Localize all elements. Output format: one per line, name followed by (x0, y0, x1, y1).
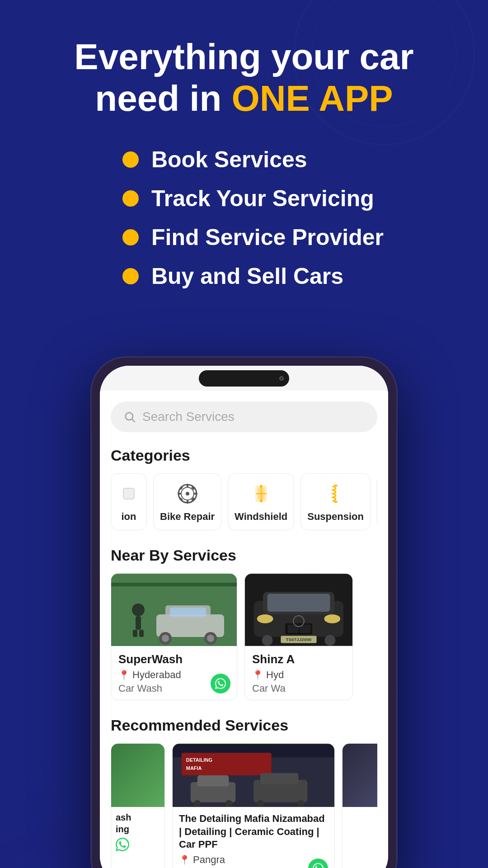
superwash-info: SuperWash 📍 Hyderabad Car Wash (111, 646, 237, 700)
search-bar[interactable]: Search Services (111, 401, 377, 432)
svg-rect-11 (187, 484, 188, 487)
category-card-partial[interactable]: ion (111, 473, 147, 530)
nearby-title: Near By Services (111, 547, 377, 564)
svg-point-77 (297, 800, 304, 807)
category-card-bike-repair[interactable]: Bike Repair (153, 473, 221, 530)
superwash-image (111, 574, 237, 646)
feature-item-find: Find Service Provider (122, 224, 384, 250)
windshield-icon (249, 481, 274, 506)
svg-point-49 (207, 635, 214, 642)
camera-dot (279, 376, 284, 381)
shinza-info: Shinz A 📍 Hyd Car Wa (245, 646, 352, 700)
rec-card-partial-right[interactable] (342, 743, 377, 868)
detailing-mafia-info: The Detailing Mafia Nizamabad | Detailin… (173, 807, 334, 868)
search-icon (123, 410, 136, 423)
partial-right-info (343, 807, 377, 816)
svg-rect-12 (187, 500, 188, 504)
svg-rect-43 (139, 630, 144, 637)
shinza-image: TS07JJ2000 (245, 574, 352, 646)
rec-card-img-partial (111, 744, 164, 807)
windshield-name: Windshield (235, 511, 287, 523)
svg-rect-71 (197, 775, 229, 787)
svg-rect-50 (170, 608, 206, 617)
hero-title: Everything your car need in ONE APP (27, 36, 461, 119)
partial-left-text: ashing (116, 811, 160, 835)
detailing-mafia-image: DETAILING MAFIA (173, 744, 334, 807)
phone-inner: Search Services Categories (100, 366, 388, 868)
partial-left-info: ashing (111, 807, 164, 858)
detailing-mafia-location: 📍 Pangra (179, 854, 328, 866)
nearby-row: SuperWash 📍 Hyderabad Car Wash (111, 573, 377, 700)
category-card-tyres[interactable]: Tyres (377, 473, 377, 530)
service-card-shinza[interactable]: TS07JJ2000 Shinz A 📍 Hyd (244, 573, 353, 700)
superwash-whatsapp-button[interactable] (211, 674, 230, 693)
partial-category-name: ion (122, 511, 136, 523)
svg-rect-25 (334, 485, 338, 486)
rec-card-partial-left[interactable]: ashing (111, 743, 165, 868)
svg-rect-7 (123, 488, 134, 499)
hero-title-line2: need in (95, 78, 231, 118)
feature-item-buy: Buy and Sell Cars (122, 263, 384, 289)
recommended-section: Recommended Services ashing (111, 717, 377, 868)
svg-point-56 (324, 614, 341, 623)
svg-rect-14 (194, 493, 197, 495)
dynamic-island (199, 370, 289, 387)
phone-wrapper: Search Services Categories (0, 356, 488, 868)
shinza-name: Shinz A (252, 652, 345, 666)
svg-text:TS07JJ2000: TS07JJ2000 (286, 637, 312, 642)
svg-line-6 (132, 419, 135, 422)
svg-point-55 (257, 614, 273, 623)
categories-section: Categories ion (111, 447, 377, 530)
svg-point-40 (132, 604, 145, 616)
recommended-row: ashing (111, 743, 377, 868)
svg-point-24 (260, 500, 263, 502)
svg-rect-13 (178, 493, 181, 495)
service-card-superwash[interactable]: SuperWash 📍 Hyderabad Car Wash (111, 573, 237, 700)
location-pin-icon: 📍 (118, 670, 130, 680)
svg-rect-75 (260, 773, 299, 784)
superwash-name: SuperWash (118, 652, 230, 666)
bullet-dot (122, 151, 139, 168)
recommended-title: Recommended Services (111, 717, 377, 734)
phone-notch-bar (100, 366, 388, 391)
svg-point-47 (162, 635, 169, 642)
shinza-location: 📍 Hyd (252, 669, 345, 681)
feature-text-book: Book Services (151, 146, 307, 173)
categories-title: Categories (111, 447, 377, 464)
partial-left-whatsapp[interactable] (116, 838, 160, 853)
location-pin-icon-3: 📍 (179, 854, 190, 865)
search-placeholder: Search Services (142, 410, 235, 424)
svg-rect-41 (136, 616, 141, 630)
app-content: Search Services Categories (100, 391, 388, 868)
feature-item-book: Book Services (122, 146, 384, 173)
svg-rect-42 (133, 630, 137, 637)
category-card-suspension[interactable]: Suspension (300, 473, 371, 530)
svg-rect-26 (334, 501, 338, 503)
feature-text-track: Track Your Servicing (151, 185, 374, 212)
svg-point-63 (262, 635, 273, 646)
hero-title-line1: Everything your car (74, 37, 413, 77)
shinza-type: Car Wa (252, 683, 345, 694)
svg-point-10 (186, 492, 189, 495)
location-pin-icon-2: 📍 (252, 670, 263, 680)
categories-row: ion (111, 473, 377, 530)
svg-point-23 (260, 485, 263, 488)
svg-point-76 (257, 800, 264, 807)
svg-point-72 (194, 800, 201, 807)
svg-text:MAFIA: MAFIA (186, 765, 202, 771)
feature-text-buy: Buy and Sell Cars (151, 263, 343, 289)
suspension-name: Suspension (307, 511, 364, 523)
rec-card-detailing-mafia[interactable]: DETAILING MAFIA (172, 743, 335, 868)
svg-point-73 (225, 800, 232, 807)
bullet-dot (122, 268, 139, 284)
svg-rect-54 (267, 594, 330, 612)
feature-text-find: Find Service Provider (151, 224, 384, 250)
category-card-windshield[interactable]: Windshield (228, 473, 294, 530)
bike-repair-icon (175, 481, 200, 506)
phone-frame: Search Services Categories (90, 356, 398, 868)
partial-category-icon (116, 481, 141, 506)
bullet-dot (122, 190, 139, 207)
hero-title-highlight: ONE APP (232, 78, 393, 118)
feature-list: Book Services Track Your Servicing Find … (122, 146, 384, 302)
svg-point-64 (325, 635, 336, 646)
